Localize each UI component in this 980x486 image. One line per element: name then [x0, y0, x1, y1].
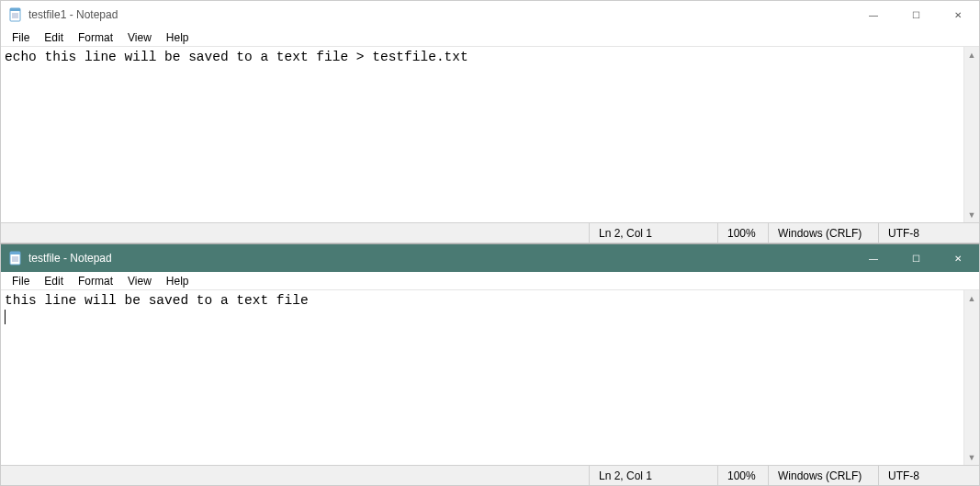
maximize-button[interactable]: ☐: [895, 244, 937, 272]
titlebar[interactable]: testfile1 - Notepad — ☐ ✕: [1, 1, 979, 28]
titlebar[interactable]: testfile - Notepad — ☐ ✕: [1, 244, 979, 272]
notepad-window-2: testfile - Notepad — ☐ ✕ File Edit Forma…: [0, 243, 980, 486]
window-controls: — ☐ ✕: [852, 1, 979, 28]
menu-view[interactable]: View: [120, 273, 159, 289]
statusbar: Ln 2, Col 1 100% Windows (CRLF) UTF-8: [1, 222, 979, 243]
desktop: testfile1 - Notepad — ☐ ✕ File Edit Form…: [0, 0, 980, 486]
close-button[interactable]: ✕: [937, 244, 979, 272]
minimize-button[interactable]: —: [852, 1, 895, 28]
status-encoding: UTF-8: [878, 223, 979, 243]
statusbar: Ln 2, Col 1 100% Windows (CRLF) UTF-8: [1, 465, 979, 485]
minimize-button[interactable]: —: [852, 244, 895, 272]
status-zoom: 100%: [717, 466, 768, 485]
menu-edit[interactable]: Edit: [37, 273, 71, 289]
menu-help[interactable]: Help: [159, 273, 197, 289]
notepad-icon: [8, 7, 23, 22]
window-title: testfile1 - Notepad: [28, 8, 118, 21]
vertical-scrollbar[interactable]: ▲ ▼: [963, 47, 979, 222]
status-spacer: [1, 223, 589, 243]
scroll-down-icon[interactable]: ▼: [964, 207, 979, 222]
menu-format[interactable]: Format: [71, 273, 120, 289]
notepad-icon: [8, 251, 23, 266]
close-button[interactable]: ✕: [937, 1, 979, 28]
status-eol: Windows (CRLF): [768, 223, 878, 243]
scroll-up-icon[interactable]: ▲: [964, 47, 979, 62]
text-editor[interactable]: this line will be saved to a text file: [1, 290, 963, 465]
status-lncol: Ln 2, Col 1: [589, 223, 717, 243]
status-lncol: Ln 2, Col 1: [589, 466, 717, 485]
scroll-down-icon[interactable]: ▼: [964, 449, 979, 465]
editor-area: this line will be saved to a text file ▲…: [1, 290, 979, 465]
menu-edit[interactable]: Edit: [37, 29, 71, 46]
scroll-up-icon[interactable]: ▲: [964, 290, 979, 306]
notepad-window-1: testfile1 - Notepad — ☐ ✕ File Edit Form…: [0, 0, 980, 243]
menu-file[interactable]: File: [5, 273, 37, 289]
svg-rect-1: [10, 8, 20, 11]
maximize-button[interactable]: ☐: [895, 1, 937, 28]
status-spacer: [1, 466, 589, 485]
status-encoding: UTF-8: [878, 466, 979, 485]
window-controls: — ☐ ✕: [852, 244, 979, 272]
menu-help[interactable]: Help: [159, 29, 197, 46]
menu-file[interactable]: File: [5, 29, 37, 46]
menu-format[interactable]: Format: [71, 29, 120, 46]
vertical-scrollbar[interactable]: ▲ ▼: [963, 290, 979, 465]
status-eol: Windows (CRLF): [768, 466, 878, 485]
text-editor[interactable]: echo this line will be saved to a text f…: [1, 47, 963, 222]
editor-area: echo this line will be saved to a text f…: [1, 47, 979, 222]
menubar: File Edit Format View Help: [1, 28, 979, 47]
svg-rect-6: [10, 252, 20, 254]
menu-view[interactable]: View: [120, 29, 159, 46]
window-title: testfile - Notepad: [28, 252, 112, 265]
status-zoom: 100%: [717, 223, 768, 243]
menubar: File Edit Format View Help: [1, 272, 979, 290]
editor-line-1: this line will be saved to a text file: [5, 293, 309, 308]
text-cursor: [5, 310, 6, 324]
